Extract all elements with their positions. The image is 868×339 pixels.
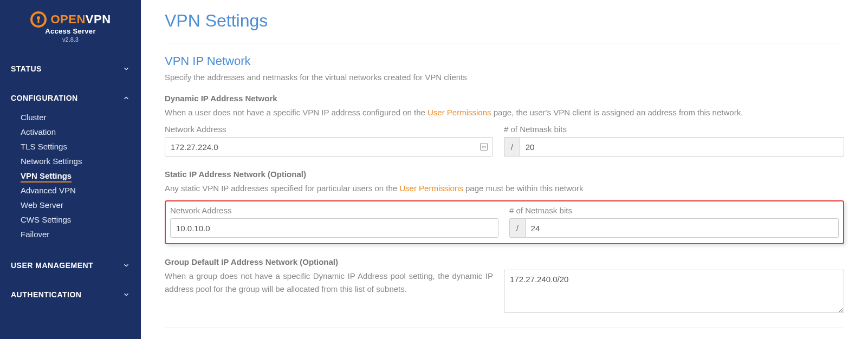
- chevron-down-icon: [122, 291, 130, 298]
- nav-section-label: AUTHENTICATION: [11, 290, 81, 299]
- sidebar-item-web-server[interactable]: Web Server: [0, 198, 141, 212]
- static-description: Any static VPN IP addresses specified fo…: [165, 182, 844, 195]
- svg-rect-2: [38, 18, 40, 23]
- dynamic-heading: Dynamic IP Address Network: [165, 94, 844, 103]
- chevron-up-icon: [122, 94, 130, 102]
- static-netmask-label: # of Netmask bits: [509, 206, 839, 215]
- sidebar-item-cws-settings[interactable]: CWS Settings: [0, 212, 141, 227]
- dynamic-netmask-input[interactable]: [520, 137, 844, 157]
- sidebar: OPENVPN Access Server v2.8.3 STATUS CONF…: [0, 0, 141, 339]
- nav-section-label: STATUS: [11, 64, 42, 73]
- chevron-down-icon: [122, 262, 130, 269]
- group-subnet-textarea[interactable]: [504, 270, 844, 313]
- slash-prefix: /: [504, 137, 520, 157]
- page-title: VPN Settings: [165, 11, 844, 31]
- static-network-address-input[interactable]: [170, 218, 498, 238]
- group-heading: Group Default IP Address Network (Option…: [165, 257, 844, 266]
- nav-section-configuration[interactable]: CONFIGURATION: [0, 89, 141, 107]
- chevron-down-icon: [122, 65, 130, 73]
- nav-section-label: USER MANAGEMENT: [11, 261, 93, 270]
- sidebar-item-vpn-settings[interactable]: VPN Settings: [0, 168, 141, 183]
- sidebar-item-failover[interactable]: Failover: [0, 227, 141, 242]
- sidebar-item-network-settings[interactable]: Network Settings: [0, 154, 141, 168]
- static-heading: Static IP Address Network (Optional): [165, 170, 844, 179]
- dynamic-netmask-label: # of Netmask bits: [504, 125, 844, 134]
- static-address-label: Network Address: [170, 206, 498, 215]
- slash-prefix: /: [509, 218, 525, 238]
- sidebar-item-tls-settings[interactable]: TLS Settings: [0, 139, 141, 154]
- dynamic-description: When a user does not have a specific VPN…: [165, 106, 844, 119]
- user-permissions-link[interactable]: User Permissions: [427, 108, 491, 117]
- nav-section-user-management[interactable]: USER MANAGEMENT: [0, 257, 141, 274]
- nav-section-status[interactable]: STATUS: [0, 60, 141, 77]
- static-network-highlight: Network Address # of Netmask bits /: [165, 200, 844, 244]
- dynamic-address-label: Network Address: [165, 125, 493, 134]
- brand-logo: OPENVPN Access Server v2.8.3: [0, 11, 141, 48]
- sidebar-item-cluster[interactable]: Cluster: [0, 110, 141, 125]
- divider: [165, 328, 844, 328]
- static-netmask-input[interactable]: [525, 218, 839, 238]
- nav-section-label: CONFIGURATION: [11, 94, 78, 102]
- group-description: When a group does not have a specific Dy…: [165, 270, 493, 296]
- section-description: Specify the addresses and netmasks for t…: [165, 73, 844, 82]
- brand-version: v2.8.3: [8, 36, 133, 43]
- sidebar-item-activation[interactable]: Activation: [0, 125, 141, 139]
- brand-subtitle: Access Server: [8, 27, 133, 35]
- brand-text: OPENVPN: [50, 12, 111, 27]
- sidebar-item-advanced-vpn[interactable]: Advanced VPN: [0, 183, 141, 198]
- main-content: VPN Settings VPN IP Network Specify the …: [141, 0, 868, 339]
- user-permissions-link[interactable]: User Permissions: [399, 184, 463, 193]
- dynamic-network-address-input[interactable]: [165, 137, 493, 157]
- divider: [165, 43, 844, 43]
- section-title: VPN IP Network: [165, 54, 844, 68]
- nav-section-authentication[interactable]: AUTHENTICATION: [0, 286, 141, 303]
- openvpn-icon: [30, 11, 47, 28]
